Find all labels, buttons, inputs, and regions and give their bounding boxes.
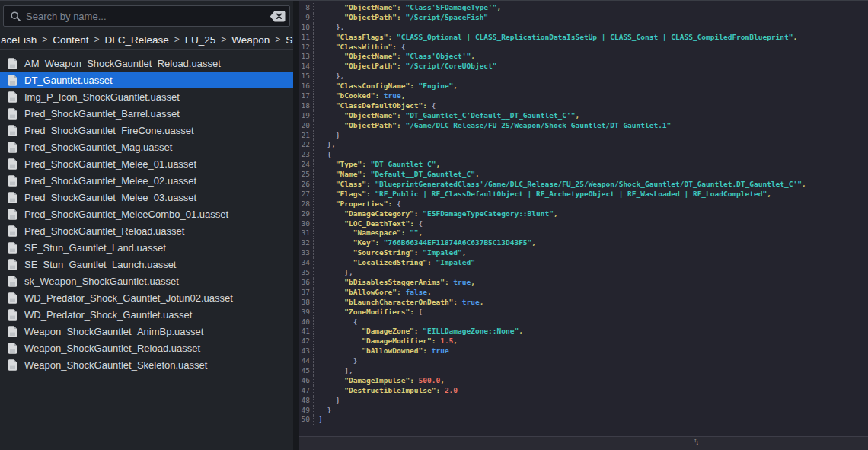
clear-backspace-icon [270,11,286,22]
line-number: 19 [299,111,314,121]
line-number: 50 [299,415,314,425]
file-list-item[interactable]: Pred_ShockGauntlet_Reload.uasset [0,222,293,239]
file-list-item[interactable]: Pred_ShockGauntlet_MeleeCombo_01.uasset [0,206,293,222]
file-list-item[interactable]: Pred_ShockGauntlet_Melee_02.uasset [0,172,293,189]
code-line: 31 "Namespace": "", [299,228,868,238]
code-line: 32 "Key": "766B66344EF11874A6C637B5C13D4… [299,238,868,248]
search-box [3,5,290,27]
clear-search-button[interactable] [270,11,286,22]
code-line: 8 "ObjectName": "Class'SFDamageType'", [299,3,868,13]
line-number: 41 [299,327,314,337]
code-line-content: } [314,406,331,416]
json-code-editor[interactable]: 8 "ObjectName": "Class'SFDamageType'",9 … [299,1,868,436]
code-line: 33 "SourceString": "Impaled", [299,248,868,258]
file-list-item[interactable]: Pred_ShockGauntlet_Melee_01.uasset [0,155,293,172]
uasset-file-icon [8,158,18,170]
code-line: 19 "ObjectName": "DT_Gauntlet_C'Default_… [299,111,868,121]
file-name: Pred_ShockGauntlet_MeleeCombo_01.uasset [24,209,228,220]
file-name: Pred_ShockGauntlet_Melee_02.uasset [24,175,196,187]
code-line: 43 "bAllowDowned": true [299,346,868,356]
file-name: Weapon_ShockGauntlet_AnimBp.uasset [24,326,203,337]
code-line: 26 "Class": "BlueprintGeneratedClass'/Ga… [299,180,868,190]
uasset-file-icon [8,343,18,354]
file-list-item[interactable]: AM_Weapon_ShockGauntlet_Reload.uasset [0,55,293,72]
code-line: 44 } [299,356,868,366]
json-viewer-panel: 8 "ObjectName": "Class'SFDamageType'",9 … [299,1,868,450]
line-number: 13 [299,52,314,62]
file-list-item-selected[interactable]: DT_Gauntlet.uasset [0,72,293,88]
uasset-file-icon [8,242,18,254]
asset-browser-panel: aceFish>Content>DLC_Release>FU_25>Weapon… [0,1,293,450]
code-line-content: "LOC_DeathText": { [314,219,423,229]
code-line: 23 { [299,150,868,160]
file-list-item[interactable]: Weapon_ShockGauntlet_AnimBp.uasset [0,323,293,340]
file-list-item[interactable]: Img_P_Icon_ShockGuantlet.uasset [0,88,293,105]
code-line: 41 "DamageZone": "EILLDamageZone::None", [299,327,868,337]
file-name: Weapon_ShockGauntlet_Skeleton.uasset [24,359,207,371]
file-list-item[interactable]: Weapon_ShockGauntlet_Skeleton.uasset [0,356,293,373]
code-line-content: "Flags": "RF_Public | RF_ClassDefaultObj… [314,190,771,199]
file-name: Weapon_ShockGauntlet_Reload.uasset [24,343,200,354]
code-line: 48 } [299,396,868,406]
code-line-content: "ClassConfigName": "Engine", [314,81,458,91]
panel-splitter[interactable] [293,1,299,450]
file-list-item[interactable]: Pred_ShockGauntlet_Barrel.uasset [0,105,293,122]
code-line-content: "Namespace": "", [314,228,423,238]
file-name: SE_Stun_Gauntlet_Land.uasset [24,242,166,254]
editor-bottom-bar: ↑↓ [299,436,868,450]
file-list-item[interactable]: SE_Stun_Gauntlet_Land.uasset [0,239,293,256]
uasset-file-icon [8,309,18,321]
code-line: 22 }, [299,140,868,150]
file-list-item[interactable]: Pred_ShockGauntlet_Mag.uasset [0,139,293,155]
line-number: 36 [299,278,314,288]
file-list-item[interactable]: Pred_ShockGauntlet_Melee_03.uasset [0,189,293,206]
code-line: 30 "LOC_DeathText": { [299,219,868,229]
breadcrumb-item-fu_25[interactable]: FU_25 [185,34,216,46]
file-name: Pred_ShockGauntlet_Melee_03.uasset [24,192,196,203]
code-line-content: "bCooked": true, [314,91,405,101]
breadcrumb-item-content[interactable]: Content [53,34,88,46]
file-list-item[interactable]: WD_Predator_Shock_Gauntlet.uasset [0,306,293,323]
code-line: 47 "DestructibleImpulse": 2.0 [299,386,868,396]
scroll-grip-icon[interactable]: ↑↓ [694,437,697,444]
code-line: 49 } [299,406,868,416]
file-list-item[interactable]: Pred_ShockGauntlet_FireCone.uasset [0,122,293,139]
code-line: 36 "bDisablesStaggerAnims": true, [299,278,868,288]
breadcrumb-item-acefish[interactable]: aceFish [1,34,37,46]
line-number: 28 [299,199,314,209]
line-number: 30 [299,219,314,229]
file-list-item[interactable]: WD_Predator_Shock_Gauntlet_Jotun02.uasse… [0,289,293,306]
code-line-content: "LocalizedString": "Impaled" [314,258,475,268]
code-line-content: "DamageImpulse": 500.0, [314,376,445,386]
breadcrumb-item-weapon[interactable]: Weapon [231,34,270,46]
code-line: 20 "ObjectPath": "/Game/DLC_Release/FU_2… [299,121,868,131]
line-number: 40 [299,318,314,327]
search-area [0,1,293,30]
file-list-item[interactable]: SE_Stun_Gauntlet_Launch.uasset [0,256,293,273]
code-line: 15 }, [299,72,868,81]
file-list[interactable]: AM_Weapon_ShockGauntlet_Reload.uasset DT… [0,50,293,450]
line-number: 27 [299,190,314,199]
code-line: 37 "bAllowGore": false, [299,288,868,298]
line-number: 12 [299,43,314,53]
line-number: 16 [299,81,314,91]
search-input[interactable] [26,11,266,22]
code-line: 16 "ClassConfigName": "Engine", [299,81,868,91]
line-number: 18 [299,101,314,111]
code-line-content: "ObjectPath": "/Script/SpaceFish" [314,13,488,23]
file-list-item[interactable]: sk_Weapon_ShockGauntlet.uasset [0,273,293,289]
line-number: 29 [299,209,314,219]
code-line-content: "ZoneModifiers": [ [314,308,423,318]
breadcrumb-separator: > [221,34,226,45]
code-line-content: "Class": "BlueprintGeneratedClass'/Game/… [314,180,806,190]
line-number: 10 [299,23,314,33]
breadcrumb-item-shock_gauntlet[interactable]: Shock_Gauntlet [286,34,293,46]
breadcrumb-item-dlc_release[interactable]: DLC_Release [105,34,169,46]
code-line-content: } [314,356,358,366]
file-name: Pred_ShockGauntlet_Reload.uasset [24,225,184,237]
code-line-content: "bAllowDowned": true [314,346,449,356]
line-number: 20 [299,121,314,131]
code-line-content: "ObjectPath": "/Script/CoreUObject" [314,62,497,72]
line-number: 43 [299,346,314,356]
file-list-item[interactable]: Weapon_ShockGauntlet_Reload.uasset [0,340,293,356]
